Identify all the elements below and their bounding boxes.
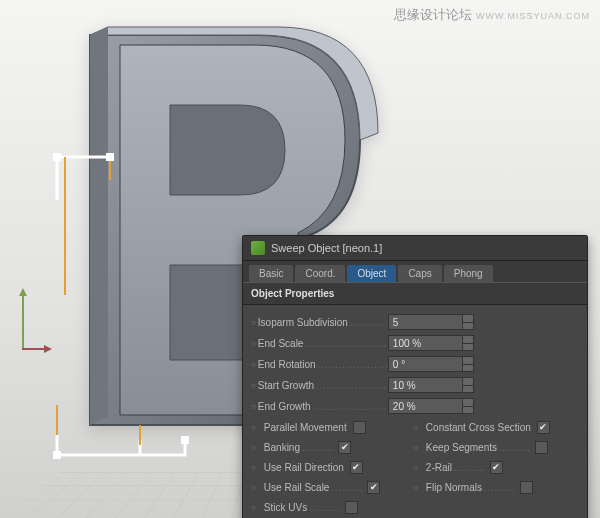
watermark: 思缘设计论坛 WWW.MISSYUAN.COM (394, 6, 590, 24)
label-keepseg: Keep Segments (426, 442, 529, 453)
axis-gizmo (12, 290, 42, 390)
checkbox-stickuv[interactable] (345, 501, 358, 514)
label-endrot: End Rotation (258, 359, 388, 370)
row-startgrow: ○ Start Growth 10 % (251, 375, 579, 395)
label-constant: Constant Cross Section (426, 422, 531, 433)
axis-y (22, 290, 24, 350)
input-isoparm[interactable]: 5 (388, 314, 462, 330)
checkbox-flipnorm[interactable] (520, 481, 533, 494)
input-endscale[interactable]: 100 % (388, 335, 462, 351)
input-startgrow[interactable]: 10 % (388, 377, 462, 393)
axis-x (22, 348, 50, 350)
label-endgrow: End Growth (258, 401, 388, 412)
sweep-icon (251, 241, 265, 255)
label-parallel: Parallel Movement (264, 422, 347, 433)
input-endrot[interactable]: 0 ° (388, 356, 462, 372)
row-endgrow: ○ End Growth 20 % (251, 396, 579, 416)
checkbox-constant[interactable] (537, 421, 550, 434)
label-isoparm: Isoparm Subdivision (258, 317, 388, 328)
tabs: Basic Coord. Object Caps Phong (243, 261, 587, 282)
label-banking: Banking (264, 442, 332, 453)
checkbox-keepseg[interactable] (535, 441, 548, 454)
tab-phong[interactable]: Phong (444, 265, 493, 282)
svg-rect-2 (53, 451, 61, 459)
tab-coord[interactable]: Coord. (295, 265, 345, 282)
checkbox-parallel[interactable] (353, 421, 366, 434)
label-startgrow: Start Growth (258, 380, 388, 391)
label-railscale: Use Rail Scale (264, 482, 362, 493)
watermark-sub: WWW.MISSYUAN.COM (476, 11, 590, 21)
label-tworail: 2-Rail (426, 462, 484, 473)
spinner-startgrow[interactable] (462, 377, 474, 393)
tab-basic[interactable]: Basic (249, 265, 293, 282)
checkbox-raildir[interactable] (350, 461, 363, 474)
watermark-text: 思缘设计论坛 (394, 7, 472, 22)
row-endrot: ○ End Rotation 0 ° (251, 354, 579, 374)
input-endgrow[interactable]: 20 % (388, 398, 462, 414)
row-railscale-flipnorm: ○ Use Rail Scale ○ Flip Normals (251, 477, 579, 497)
row-raildir-tworail: ○ Use Rail Direction ○ 2-Rail (251, 457, 579, 477)
row-stickuv: ○ Stick UVs (251, 497, 579, 517)
properties-list: ○ Isoparm Subdivision 5 ○ End Scale 100 … (243, 305, 587, 518)
label-stickuv: Stick UVs (264, 502, 339, 513)
panel-title: Sweep Object [neon.1] (271, 242, 382, 254)
label-flipnorm: Flip Normals (426, 482, 514, 493)
spinner-endrot[interactable] (462, 356, 474, 372)
properties-panel: Sweep Object [neon.1] Basic Coord. Objec… (242, 235, 588, 518)
row-banking-keepseg: ○ Banking ○ Keep Segments (251, 437, 579, 457)
row-isoparm: ○ Isoparm Subdivision 5 (251, 312, 579, 332)
panel-title-bar: Sweep Object [neon.1] (243, 236, 587, 261)
tab-object[interactable]: Object (347, 265, 396, 282)
row-parallel-constant: ○ Parallel Movement ○ Constant Cross Sec… (251, 417, 579, 437)
label-raildir: Use Rail Direction (264, 462, 344, 473)
spinner-endgrow[interactable] (462, 398, 474, 414)
section-label: Object Properties (243, 282, 587, 305)
label-endscale: End Scale (258, 338, 388, 349)
checkbox-railscale[interactable] (367, 481, 380, 494)
row-endscale: ○ End Scale 100 % (251, 333, 579, 353)
checkbox-banking[interactable] (338, 441, 351, 454)
spinner-isoparm[interactable] (462, 314, 474, 330)
checkbox-tworail[interactable] (490, 461, 503, 474)
tab-caps[interactable]: Caps (398, 265, 441, 282)
spinner-endscale[interactable] (462, 335, 474, 351)
